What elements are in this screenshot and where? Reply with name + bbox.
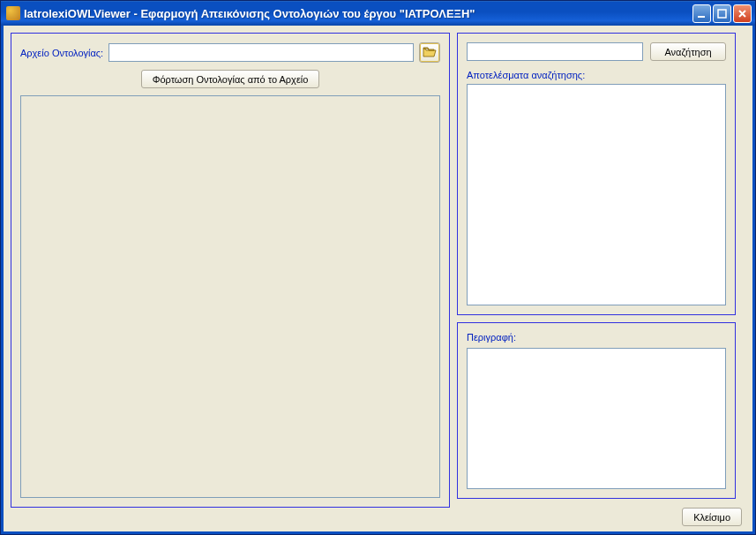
right-column: Αναζήτηση Αποτελέσματα αναζήτησης: Περιγ… — [457, 33, 736, 524]
search-button[interactable]: Αναζήτηση — [650, 42, 726, 61]
window-title: IatrolexiOWLViewer - Εφαρμογή Απεικόνιση… — [24, 7, 692, 20]
minimize-button[interactable] — [692, 4, 711, 23]
file-row: Αρχείο Οντολογίας: — [20, 42, 440, 63]
results-list[interactable] — [467, 84, 726, 305]
folder-open-icon — [423, 46, 437, 60]
footer: Κλείσιμο — [682, 508, 742, 526]
browse-button[interactable] — [419, 42, 440, 63]
search-row: Αναζήτηση — [467, 42, 726, 61]
titlebar[interactable]: IatrolexiOWLViewer - Εφαρμογή Απεικόνιση… — [1, 1, 755, 26]
client-area: Αρχείο Οντολογίας: Φόρτωση Οντολογίας απ… — [1, 26, 755, 534]
application-window: IatrolexiOWLViewer - Εφαρμογή Απεικόνιση… — [0, 0, 756, 535]
maximize-button[interactable] — [713, 4, 731, 23]
description-panel: Περιγραφή: — [457, 322, 736, 499]
svg-rect-1 — [718, 10, 726, 18]
ontology-tree[interactable] — [20, 95, 440, 498]
load-row: Φόρτωση Οντολογίας από το Αρχείο — [20, 70, 440, 88]
description-text[interactable] — [467, 348, 726, 489]
results-label: Αποτελέσματα αναζήτησης: — [467, 70, 726, 80]
search-panel: Αναζήτηση Αποτελέσματα αναζήτησης: — [457, 33, 736, 315]
file-label: Αρχείο Οντολογίας: — [20, 48, 103, 58]
ontology-file-input[interactable] — [109, 43, 414, 62]
svg-rect-0 — [698, 16, 705, 18]
close-button[interactable]: Κλείσιμο — [682, 508, 742, 526]
ontology-panel: Αρχείο Οντολογίας: Φόρτωση Οντολογίας απ… — [11, 33, 450, 508]
description-label: Περιγραφή: — [467, 332, 726, 343]
load-ontology-button[interactable]: Φόρτωση Οντολογίας από το Αρχείο — [141, 70, 320, 88]
window-controls — [692, 4, 752, 23]
close-window-button[interactable] — [733, 4, 752, 23]
app-icon — [6, 6, 20, 20]
search-input[interactable] — [467, 42, 643, 61]
